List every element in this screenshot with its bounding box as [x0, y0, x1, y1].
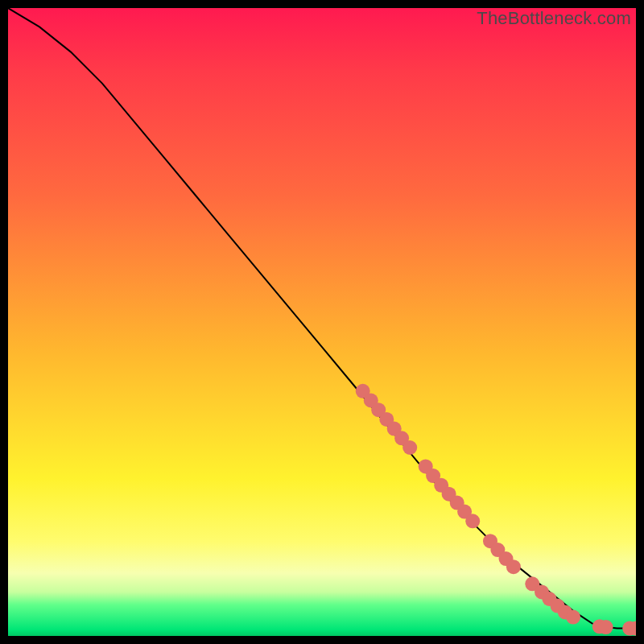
watermark-text: TheBottleneck.com — [477, 8, 631, 29]
data-markers — [356, 384, 636, 636]
chart-frame: TheBottleneck.com — [8, 8, 636, 636]
data-marker — [599, 620, 613, 634]
chart-svg — [8, 8, 636, 636]
data-marker — [465, 514, 480, 528]
bottleneck-curve — [8, 8, 636, 629]
data-marker — [506, 559, 521, 574]
data-marker — [566, 610, 580, 625]
data-marker — [402, 440, 417, 455]
